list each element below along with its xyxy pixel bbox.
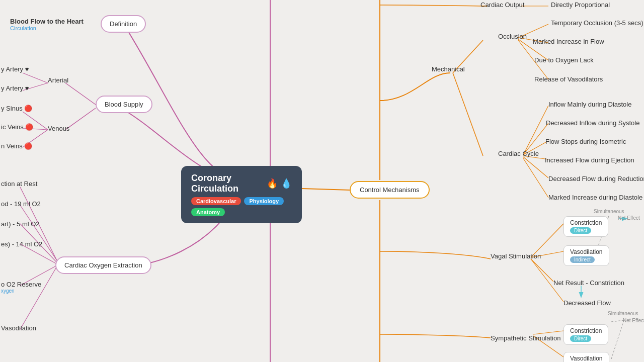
venous-label: Venous [48, 125, 69, 132]
direct-tag-v: Direct [570, 227, 591, 234]
svg-line-38 [611, 320, 624, 322]
constriction-s-node: Constriction Direct [564, 324, 608, 345]
occlusion-node: Occlusion [498, 33, 527, 40]
mechanical-node: Mechanical [432, 65, 465, 73]
definition-node[interactable]: Definition [101, 15, 146, 33]
tag-anatomy[interactable]: Anatomy [191, 208, 225, 216]
marked-diastole-node: Marked Increase during Diastole [548, 194, 642, 201]
decreased-flow-red-node: Decreased Flow during Reduction [548, 175, 644, 183]
tag-physiology[interactable]: Physiology [244, 197, 284, 205]
rca-node: y Artery ♥ [1, 84, 29, 92]
constriction-v-node: Constriction Direct [564, 216, 608, 237]
ven-o2: art) - 5 ml O2 [1, 220, 40, 228]
net-effect-s-node: Net Effect [623, 318, 644, 323]
blood-flow-label: Blood Flow to the Heart Circulation [10, 18, 84, 31]
svg-line-36 [533, 331, 564, 334]
direct-tag-s: Direct [570, 335, 591, 342]
decreased-inflow-node: Decreased Inflow during Systole [546, 119, 639, 127]
simultaneous-v-node: Simultaneous [594, 209, 624, 214]
central-node[interactable]: Coronary Circulation 🔥 💧 Cardiovascular … [181, 166, 302, 223]
central-title: Coronary Circulation 🔥 💧 [191, 173, 292, 194]
svg-line-28 [523, 158, 548, 198]
net-effect-v-node: Net Effect [618, 215, 640, 221]
flow-stops-node: Flow Stops during Isometric [545, 138, 626, 145]
central-title-text: Coronary Circulation [191, 173, 264, 194]
cs-node: y Sinus 🔴 [1, 105, 32, 112]
vasodilation-s-node: Vasodilation Indirect [564, 352, 609, 362]
blood-supply-node[interactable]: Blood Supply [96, 96, 152, 113]
arterial-label: Arterial [48, 76, 68, 84]
svg-line-23 [523, 106, 548, 155]
lca-node: y Artery ♥ [1, 65, 29, 73]
tv-node: n Veins 🔴 [1, 142, 32, 150]
vagal-stim-node: Vagal Stimulation [491, 252, 541, 260]
svg-line-39 [611, 320, 624, 359]
tag-cardiovascular[interactable]: Cardiovascular [191, 197, 241, 205]
svg-line-18 [453, 73, 483, 156]
oxy-extraction-node[interactable]: Cardiac Oxygen Extraction [55, 256, 151, 274]
net-result-v-node: Net Result - Constriction [553, 279, 624, 287]
release-vasodil-node: Release of Vasodilators [534, 75, 603, 83]
temp-occ-node: Temporary Occlusion (3-5 secs) [551, 19, 643, 27]
blood-flow-title: Blood Flow to the Heart [10, 18, 84, 25]
directly-prop-node: Directly Proportional [551, 1, 610, 9]
inflow-diastole-node: Inflow Mainly during Diastole [548, 101, 631, 108]
svg-line-2 [23, 73, 48, 83]
svg-line-8 [20, 205, 57, 260]
av-node: ic Veins 🔴 [1, 123, 33, 131]
indirect-tag-v: Indirect [570, 256, 595, 263]
control-mechanisms-node[interactable]: Control Mechanisms [350, 181, 430, 199]
central-tags: Cardiovascular Physiology Anatomy [191, 197, 292, 216]
marked-increase-node: Marked Increase in Flow [533, 38, 604, 45]
due-oxygen-node: Due to Oxygen Lack [534, 56, 594, 64]
svg-line-12 [20, 266, 57, 329]
increased-flow-node: Increased Flow during Ejection [545, 156, 634, 164]
svg-line-0 [65, 83, 96, 105]
svg-line-1 [65, 108, 96, 130]
cardiac-output-node: Cardiac Output [480, 1, 524, 9]
vasodilation-v-node: Vasodilation Indirect [564, 245, 609, 266]
vasodilation-left: Vasodilation [1, 324, 36, 332]
simultaneous-s-node: Simultaneous [608, 311, 638, 316]
cardiac-cycle-node: Cardiac Cycle [498, 150, 539, 157]
svg-line-14 [302, 189, 350, 190]
diff-o2: es) - 14 ml O2 [1, 240, 42, 248]
decreased-flow-v-node: Decreased Flow [564, 299, 611, 307]
sympathetic-stim-node: Sympathetic Stimulation [491, 334, 560, 342]
extraction-rest: ction at Rest [1, 180, 37, 188]
circulation-sub: Circulation [10, 25, 84, 31]
reserve-node: o O2 Reserve xygen [1, 281, 41, 294]
art-o2: od - 19 ml O2 [1, 200, 41, 208]
svg-line-31 [531, 259, 553, 282]
